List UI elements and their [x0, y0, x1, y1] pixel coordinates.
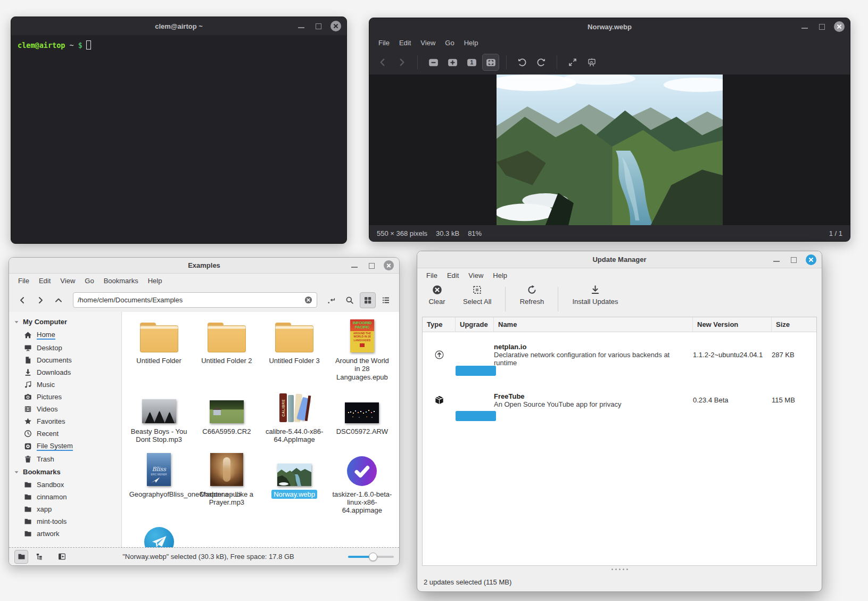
expander-icon[interactable] — [13, 319, 20, 325]
files-titlebar[interactable]: Examples — [9, 258, 399, 274]
zoom-out-button[interactable] — [425, 54, 441, 70]
menu-go[interactable]: Go — [80, 274, 98, 287]
maximize-button[interactable] — [367, 261, 376, 270]
icon-view-button[interactable] — [360, 292, 376, 308]
pane-resize-handle[interactable] — [417, 566, 822, 572]
sidebar-item-favorites[interactable]: Favorites — [9, 415, 121, 427]
file-untitled-folder-2[interactable]: Untitled Folder 2 — [193, 319, 260, 382]
fullscreen-button[interactable] — [565, 54, 581, 70]
refresh-button[interactable]: Refresh — [519, 285, 544, 306]
sidebar-item-documents[interactable]: Documents — [9, 354, 121, 366]
column-name[interactable]: Name — [494, 317, 693, 332]
zoom-normal-button[interactable]: 1 — [464, 54, 480, 70]
expander-icon[interactable] — [13, 469, 20, 475]
location-bar[interactable]: /home/clem/Documents/Examples — [73, 292, 317, 308]
sidebar-item-cinnamon[interactable]: cinnamon — [9, 491, 121, 503]
section-my-computer[interactable]: My Computer — [9, 315, 121, 328]
menu-view[interactable]: View — [464, 269, 488, 282]
viewer-titlebar[interactable]: Norway.webp — [369, 18, 850, 35]
sidebar-item-artwork[interactable]: artwork — [9, 528, 121, 540]
menu-help[interactable]: Help — [459, 36, 483, 50]
column-type[interactable]: Type — [423, 317, 456, 332]
close-button[interactable] — [330, 21, 341, 31]
zoom-slider[interactable] — [348, 550, 394, 564]
file-beasty-boys-mp3[interactable]: Beasty Boys - You Dont Stop.mp3 — [125, 390, 193, 444]
file-calibre-appimage[interactable]: CALIBRE calibre-5.44.0-x86-64.AppImage — [261, 390, 328, 444]
update-row-freetube[interactable]: FreeTubeAn Open Source YouTube app for p… — [423, 377, 816, 423]
update-row-netplan[interactable]: netplan.ioDeclarative network configurat… — [423, 332, 816, 377]
list-view-button[interactable] — [378, 292, 394, 308]
sidebar-item-filesystem[interactable]: File System — [9, 440, 121, 453]
toggle-location-entry-button[interactable] — [324, 292, 340, 308]
file-telegram[interactable]: Telegram — [125, 524, 193, 547]
forward-button[interactable] — [32, 292, 48, 308]
sidebar-item-videos[interactable]: Videos — [9, 403, 121, 415]
show-treeview-button[interactable] — [32, 550, 46, 564]
minimize-button[interactable] — [800, 22, 809, 31]
viewer-canvas[interactable] — [369, 75, 850, 225]
file-norway-webp[interactable]: Norway.webp — [261, 453, 328, 515]
minimize-button[interactable] — [350, 261, 359, 270]
upgrade-checkbox[interactable] — [456, 366, 496, 376]
menu-edit[interactable]: Edit — [394, 36, 416, 50]
close-button[interactable] — [834, 21, 845, 32]
menu-edit[interactable]: Edit — [442, 269, 464, 282]
sidebar-item-xapp[interactable]: xapp — [9, 503, 121, 515]
best-fit-button[interactable] — [483, 54, 499, 70]
menu-help[interactable]: Help — [143, 274, 167, 287]
menu-file[interactable]: File — [374, 36, 394, 50]
sidebar-item-home[interactable]: Home — [9, 328, 121, 342]
search-button[interactable] — [342, 292, 358, 308]
rotate-right-button[interactable] — [533, 54, 549, 70]
next-image-button[interactable] — [394, 54, 410, 70]
sidebar-item-desktop[interactable]: Desktop — [9, 342, 121, 354]
terminal-screen[interactable]: clem@airtop ~ $ — [11, 35, 346, 55]
file-dsc05972-arw[interactable]: DSC05972.ARW — [328, 390, 396, 444]
menu-go[interactable]: Go — [440, 36, 459, 50]
column-new-version[interactable]: New Version — [693, 317, 772, 332]
file-madonna-mp3[interactable]: Madonna - Like a Prayer.mp3 — [193, 453, 260, 515]
sidebar-item-recent[interactable]: Recent — [9, 427, 121, 440]
sidebar-item-downloads[interactable]: Downloads — [9, 366, 121, 378]
section-bookmarks[interactable]: Bookmarks — [9, 465, 121, 479]
file-geography-of-bliss-epub[interactable]: BlissERIC WEINER GeographyofBliss_oneCha… — [125, 453, 193, 515]
minimize-button[interactable] — [296, 21, 306, 31]
previous-image-button[interactable] — [375, 54, 391, 70]
sidebar-item-sandbox[interactable]: Sandbox — [9, 479, 121, 491]
show-places-button[interactable] — [14, 550, 28, 564]
menu-edit[interactable]: Edit — [34, 274, 55, 287]
select-all-button[interactable]: Select All — [463, 285, 491, 306]
updates-titlebar[interactable]: Update Manager — [417, 251, 822, 268]
upgrade-checkbox[interactable] — [456, 411, 496, 421]
zoom-in-button[interactable] — [444, 54, 460, 70]
slider-handle[interactable] — [369, 553, 377, 561]
file-around-the-world-epub[interactable]: INFOGRIDPACIFIC AROUND THEWORLD IN 28LAN… — [328, 319, 396, 382]
column-upgrade[interactable]: Upgrade — [456, 317, 494, 332]
maximize-button[interactable] — [789, 255, 798, 265]
terminal-titlebar[interactable]: clem@airtop ~ — [11, 17, 346, 35]
sidebar-item-pictures[interactable]: Pictures — [9, 391, 121, 403]
file-taskizer-appimage[interactable]: taskizer-1.6.0-beta-linux-x86-64.appimag… — [328, 453, 396, 515]
sidebar-item-mint-tools[interactable]: mint-tools — [9, 515, 121, 528]
menu-file[interactable]: File — [421, 269, 442, 282]
clear-location-icon[interactable] — [304, 296, 312, 304]
rotate-left-button[interactable] — [514, 54, 530, 70]
menu-view[interactable]: View — [55, 274, 80, 287]
file-untitled-folder[interactable]: Untitled Folder — [125, 319, 193, 382]
file-untitled-folder-3[interactable]: Untitled Folder 3 — [261, 319, 328, 382]
menu-help[interactable]: Help — [488, 269, 512, 282]
install-updates-button[interactable]: Install Updates — [572, 285, 618, 306]
close-button[interactable] — [384, 260, 394, 270]
sidebar-item-trash[interactable]: Trash — [9, 453, 121, 465]
clear-button[interactable]: Clear — [425, 285, 449, 306]
maximize-button[interactable] — [817, 22, 826, 31]
minimize-button[interactable] — [772, 255, 781, 265]
toggle-sidebar-button[interactable] — [55, 550, 69, 564]
slideshow-button[interactable] — [584, 54, 600, 70]
sidebar-item-music[interactable]: Music — [9, 378, 121, 391]
file-grid[interactable]: Untitled Folder Untitled Folder 2 Untitl… — [122, 312, 399, 547]
menu-file[interactable]: File — [13, 274, 34, 287]
close-button[interactable] — [806, 254, 816, 265]
maximize-button[interactable] — [313, 21, 323, 31]
file-c66a5959-cr2[interactable]: C66A5959.CR2 — [193, 390, 260, 444]
